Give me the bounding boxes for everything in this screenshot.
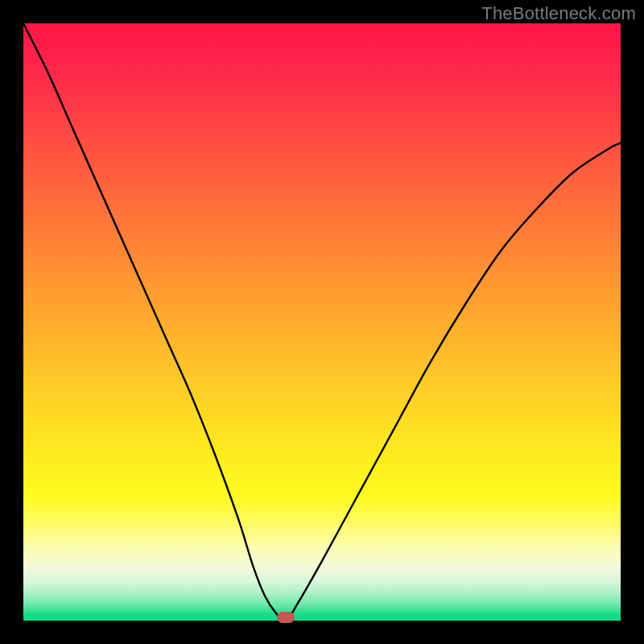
bottleneck-curve <box>23 23 621 621</box>
optimum-marker <box>277 612 295 623</box>
chart-frame: TheBottleneck.com <box>0 0 644 644</box>
plot-area <box>23 23 621 621</box>
watermark-text: TheBottleneck.com <box>481 3 636 24</box>
